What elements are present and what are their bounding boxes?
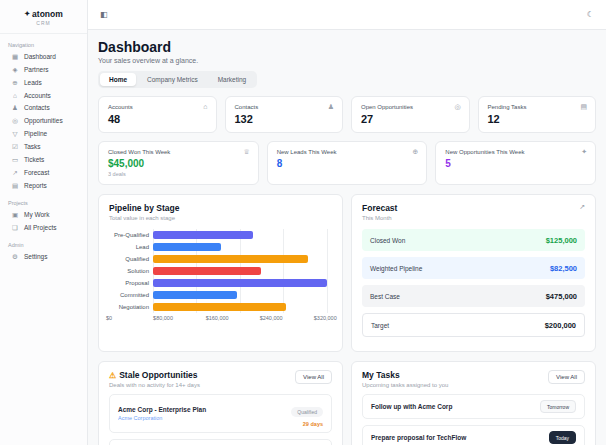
moon-icon[interactable]: ☾ — [587, 10, 594, 19]
stat-card-label: Contacts — [235, 104, 334, 110]
ticket-icon: ▭ — [11, 156, 19, 164]
stage-badge: Qualified — [291, 407, 323, 417]
tab[interactable]: Home — [100, 73, 136, 86]
chart-x-axis: $0$80,000$160,000$240,000$320,000 — [109, 315, 332, 323]
sidebar-item[interactable]: ▽ Pipeline — [3, 127, 84, 140]
tasks-view-all-button[interactable]: View All — [548, 370, 585, 384]
lists-row: ⚠ Stale Opportunities Deals with no acti… — [98, 361, 596, 445]
sidebar-item[interactable]: ▤ Reports — [3, 179, 84, 192]
forecast-row: Target $200,000 — [362, 313, 585, 337]
sidebar-item[interactable]: ⌂ Accounts — [3, 89, 84, 101]
tab[interactable]: Marketing — [209, 73, 256, 86]
sidebar-item-label: Reports — [24, 182, 47, 189]
target-icon: ◎ — [11, 117, 19, 125]
tab[interactable]: Company Metrics — [138, 73, 207, 86]
stale-view-all-button[interactable]: View All — [295, 370, 332, 384]
chart-bar-committed — [153, 291, 237, 300]
sidebar-section: Projects ▣ My Work ❏ All Projects — [0, 200, 87, 234]
sidebar-item[interactable]: ▦ Dashboard — [3, 50, 84, 63]
task-list: Follow up with Acme Corp Tomorrow Prepar… — [362, 394, 585, 445]
sidebar-item[interactable]: ❏ All Projects — [3, 221, 84, 234]
stale-list: Acme Corp - Enterprise Plan Acme Corpora… — [109, 394, 332, 445]
sidebar-section: Admin ⚙ Settings — [0, 242, 87, 263]
forecast-row-value: $82,500 — [550, 264, 577, 273]
sidebar-item[interactable]: ▭ Tickets — [3, 153, 84, 166]
sidebar-item[interactable]: ☑ Tasks — [3, 140, 84, 153]
brand-subtitle: CRM — [4, 20, 83, 26]
metric-card: New Opportunities This Week ✦ 5 — [435, 141, 596, 185]
sidebar-item[interactable]: ↗ Forecast — [3, 166, 84, 179]
target-icon: ◎ — [454, 103, 460, 111]
stat-card-value: 48 — [108, 113, 207, 125]
metric-card-value: $45,000 — [108, 158, 249, 169]
sidebar-item-label: Tasks — [24, 143, 41, 150]
pipeline-subtitle: Total value in each stage — [109, 215, 332, 221]
sidebar-toggle-icon[interactable]: ◧ — [100, 10, 108, 19]
page-title: Dashboard — [98, 39, 596, 55]
opportunity-company: Acme Corporation — [118, 415, 206, 421]
stat-card-label: Open Opportunities — [361, 104, 460, 110]
metric-card-subtext — [445, 171, 586, 177]
main-content: Dashboard Your sales overview at a glanc… — [88, 30, 606, 445]
pipeline-panel: Pipeline by Stage Total value in each st… — [98, 194, 343, 352]
forecast-row-label: Weighted Pipeline — [370, 265, 422, 272]
clipboard-icon: ▤ — [580, 103, 587, 111]
sidebar-item-label: Forecast — [24, 169, 49, 176]
chart-x-tick-label: $80,000 — [153, 315, 173, 321]
dashboard-tabs: HomeCompany MetricsMarketing — [98, 71, 257, 88]
charts-row: Pipeline by Stage Total value in each st… — [98, 194, 596, 352]
sidebar-item[interactable]: ▣ My Work — [3, 208, 84, 221]
forecast-row: Weighted Pipeline $82,500 — [362, 257, 585, 279]
users-icon: ♟ — [11, 104, 19, 112]
forecast-row-label: Best Case — [370, 293, 400, 300]
page-subtitle: Your sales overview at a glance. — [98, 57, 596, 64]
forecast-rows: Closed Won $125,000 Weighted Pipeline $8… — [362, 229, 585, 337]
chart-bar-proposal — [153, 279, 327, 288]
task-name: Follow up with Acme Corp — [371, 403, 452, 410]
sidebar-item[interactable]: ◈ Partners — [3, 63, 84, 76]
trophy-icon: ♕ — [243, 148, 249, 156]
sidebar-item-label: Contacts — [24, 104, 50, 111]
stale-opportunity-row[interactable]: Acme Corp - Enterprise Plan Acme Corpora… — [109, 394, 332, 433]
forecast-row-value: $475,000 — [546, 292, 577, 301]
gear-icon: ⚙ — [11, 253, 19, 261]
stat-card-row: Accounts ⌂ 48 Contacts ♟ 132 Open Opport… — [98, 96, 596, 133]
stale-opportunity-row[interactable]: TechFlow - Platform License TechFlow Sol… — [109, 439, 332, 445]
sidebar-item-label: Pipeline — [24, 130, 47, 137]
building-icon: ⌂ — [203, 103, 207, 110]
metric-card-label: New Opportunities This Week — [445, 149, 586, 155]
chart-x-tick-label: $240,000 — [260, 315, 283, 321]
sidebar-item-label: My Work — [24, 211, 50, 218]
sidebar-item[interactable]: ⊕ Leads — [3, 76, 84, 89]
warning-icon: ⚠ — [109, 371, 116, 380]
sidebar-section: Navigation ▦ Dashboard ◈ Partners ⊕ Lead… — [0, 42, 87, 192]
folder-icon: ❏ — [11, 224, 19, 232]
chart-bar-lead — [153, 243, 221, 252]
chart-bar-negotiation — [153, 303, 286, 312]
users-icon: ♟ — [328, 103, 334, 111]
chart-y-label: Qualified — [109, 253, 153, 265]
stat-card-label: Accounts — [108, 104, 207, 110]
partners-icon: ◈ — [11, 66, 19, 74]
metric-card-value: 8 — [277, 158, 418, 169]
stat-card-value: 27 — [361, 113, 460, 125]
user-plus-icon: ⊕ — [412, 148, 418, 156]
chart-x-tick-label: $0 — [106, 315, 112, 321]
chart-y-label: Proposal — [109, 277, 153, 289]
sidebar-item[interactable]: ♟ Contacts — [3, 101, 84, 114]
sidebar-item[interactable]: ⚙ Settings — [3, 250, 84, 263]
forecast-row: Closed Won $125,000 — [362, 229, 585, 251]
task-row[interactable]: Follow up with Acme Corp Tomorrow — [362, 394, 585, 419]
task-name: Prepare proposal for TechFlow — [371, 434, 466, 441]
sidebar: ✦ atonom CRM Navigation ▦ Dashboard ◈ Pa… — [0, 0, 88, 445]
chart-y-label: Committed — [109, 289, 153, 301]
tasks-title: My Tasks — [362, 370, 448, 380]
pipeline-chart: Pre-QualifiedLeadQualifiedSolutionPropos… — [109, 229, 332, 323]
sidebar-item[interactable]: ◎ Opportunities — [3, 114, 84, 127]
metric-card-label: Closed Won This Week — [108, 149, 249, 155]
stat-card: Open Opportunities ◎ 27 — [351, 96, 470, 133]
check-square-icon: ☑ — [11, 143, 19, 151]
task-row[interactable]: Prepare proposal for TechFlow Today — [362, 425, 585, 445]
stat-card: Pending Tasks ▤ 12 — [478, 96, 597, 133]
metric-card: New Leads This Week ⊕ 8 — [267, 141, 428, 185]
